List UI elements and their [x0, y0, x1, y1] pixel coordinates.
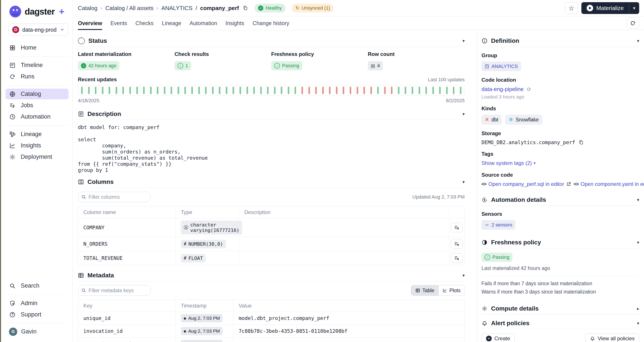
sidebar-item[interactable]: Search: [6, 280, 68, 291]
sidebar-item[interactable]: Jobs: [6, 100, 68, 111]
stat-value-badge[interactable]: ✓ Passing: [271, 61, 302, 70]
view-toggle-segment[interactable]: Table: [411, 285, 438, 295]
user-menu[interactable]: G Gavin: [6, 326, 68, 337]
sidebar-item[interactable]: Catalog: [6, 89, 68, 99]
app-logo[interactable]: dagster +: [1, 0, 72, 18]
update-bar[interactable]: [315, 87, 317, 94]
update-bar[interactable]: [136, 87, 138, 94]
tab[interactable]: Insights: [225, 16, 244, 30]
update-bar[interactable]: [95, 87, 96, 94]
update-bar[interactable]: [460, 87, 462, 94]
update-bar[interactable]: [122, 87, 124, 94]
sidebar-item[interactable]: Home: [6, 42, 68, 53]
timestamp-badge[interactable]: ◆ Aug 2, 7:03 PM: [181, 327, 222, 335]
update-bar[interactable]: [246, 87, 248, 94]
update-bar[interactable]: [364, 87, 365, 94]
open-in-editor-link[interactable]: Open company_perf.sql in editor: [488, 181, 564, 187]
refresh-button[interactable]: [626, 18, 639, 29]
breadcrumb-parent[interactable]: Catalog / All assets: [105, 5, 154, 12]
deployment-selector[interactable]: D data-eng-prod: [8, 24, 68, 36]
update-bar[interactable]: [109, 87, 110, 94]
reload-icon[interactable]: [526, 87, 532, 92]
collapse-chevron-icon[interactable]: ▾: [637, 38, 639, 44]
update-bar[interactable]: [88, 87, 90, 94]
favorite-button[interactable]: ☆: [565, 2, 578, 14]
update-bar[interactable]: [150, 87, 152, 94]
tab[interactable]: Events: [110, 16, 127, 30]
group-badge[interactable]: ANALYTICS: [482, 62, 521, 71]
collapse-chevron-icon[interactable]: ▾: [462, 111, 465, 117]
tab[interactable]: Lineage: [162, 16, 181, 30]
update-bar[interactable]: [343, 87, 344, 94]
collapse-chevron-icon[interactable]: ▾: [637, 320, 639, 326]
column-lineage-button[interactable]: [451, 253, 463, 263]
materialize-dropdown-button[interactable]: ▾: [629, 2, 639, 14]
update-bar[interactable]: [170, 87, 172, 94]
create-alert-button[interactable]: + Create: [482, 333, 515, 342]
stat-value-badge[interactable]: ✓ 42 hours ago: [78, 61, 119, 70]
update-bar[interactable]: [446, 87, 448, 94]
update-bar[interactable]: [336, 87, 338, 94]
update-bar[interactable]: [232, 87, 234, 94]
update-bar[interactable]: [240, 87, 241, 94]
collapse-chevron-icon[interactable]: ▾: [462, 179, 465, 185]
update-bar[interactable]: [226, 87, 227, 94]
expand-chevron-icon[interactable]: ▸: [637, 306, 639, 311]
update-bar[interactable]: [116, 87, 117, 94]
code-location-link[interactable]: data-eng-pipeline: [482, 86, 524, 92]
update-bar[interactable]: [391, 87, 392, 94]
sidebar-item[interactable]: Support: [6, 309, 68, 320]
timestamp-badge[interactable]: ◆ Aug 2, 7:03 PM: [181, 314, 222, 322]
collapse-chevron-icon[interactable]: ▾: [637, 197, 639, 202]
update-bar[interactable]: [81, 87, 83, 94]
update-bar[interactable]: [322, 87, 324, 94]
update-bar[interactable]: [260, 87, 262, 94]
update-bar[interactable]: [178, 87, 179, 94]
sidebar-item[interactable]: Runs: [6, 71, 68, 82]
update-bar[interactable]: [274, 87, 276, 94]
update-bar[interactable]: [419, 87, 420, 94]
sidebar-item[interactable]: Lineage: [6, 129, 68, 140]
update-bar[interactable]: [308, 87, 310, 94]
update-bar[interactable]: [191, 87, 193, 94]
sidebar-item[interactable]: Timeline: [6, 60, 68, 71]
collapse-chevron-icon[interactable]: ▾: [462, 273, 465, 278]
update-bar[interactable]: [102, 87, 104, 94]
update-bar[interactable]: [302, 87, 303, 94]
kind-badge[interactable]: ✕ dbt: [482, 115, 502, 125]
view-toggle-segment[interactable]: Plots: [438, 285, 464, 295]
column-lineage-button[interactable]: [451, 239, 463, 249]
sidebar-item[interactable]: Admin: [6, 298, 68, 308]
update-bar[interactable]: [129, 87, 131, 94]
update-bar[interactable]: [384, 87, 386, 94]
timestamp-badge[interactable]: ◆ Aug 2, 7:03 PM: [181, 340, 222, 342]
update-bar[interactable]: [198, 87, 200, 94]
tab[interactable]: Overview: [78, 16, 102, 30]
sidebar-item[interactable]: Deployment: [6, 152, 68, 162]
filter-columns-input[interactable]: [78, 192, 150, 202]
update-bar[interactable]: [267, 87, 268, 94]
stat-value-badge[interactable]: ▤ 4: [368, 61, 383, 70]
update-bar[interactable]: [357, 87, 358, 94]
update-bar[interactable]: [157, 87, 158, 94]
update-bar[interactable]: [184, 87, 186, 94]
update-bar[interactable]: [412, 87, 413, 94]
update-bar[interactable]: [426, 87, 427, 94]
update-bar[interactable]: [205, 87, 206, 94]
update-bar[interactable]: [350, 87, 351, 94]
update-bar[interactable]: [370, 87, 372, 94]
update-bar[interactable]: [281, 87, 282, 94]
filter-metadata-input[interactable]: [78, 285, 150, 295]
update-bar[interactable]: [398, 87, 400, 94]
collapse-chevron-icon[interactable]: ▾: [637, 240, 639, 245]
update-bar[interactable]: [164, 87, 165, 94]
update-bar[interactable]: [405, 87, 406, 94]
update-bar[interactable]: [432, 87, 434, 94]
copy-icon[interactable]: [243, 6, 248, 11]
stat-value-badge[interactable]: ✓ 1: [174, 61, 191, 70]
column-lineage-button[interactable]: [451, 223, 463, 232]
update-bar[interactable]: [294, 87, 296, 94]
view-all-policies-button[interactable]: View all policies: [585, 333, 639, 342]
update-bar[interactable]: [453, 87, 454, 94]
update-bar[interactable]: [143, 87, 145, 94]
